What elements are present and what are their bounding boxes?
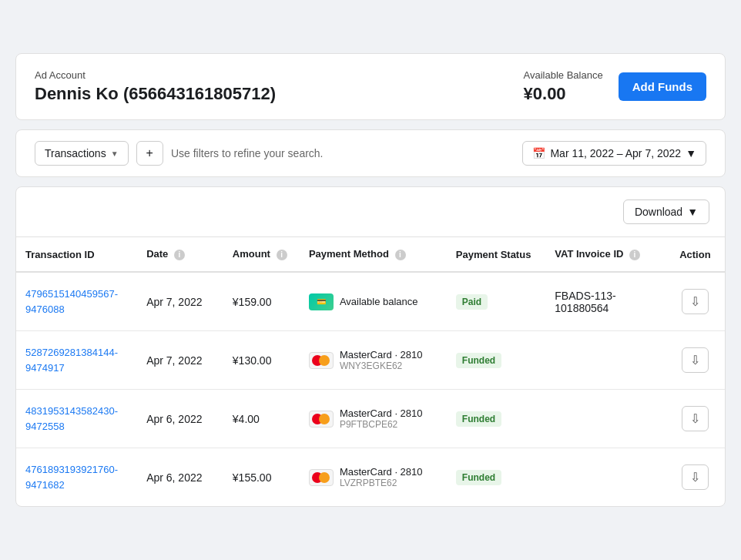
status-badge: Paid	[456, 294, 488, 310]
pm-name: MasterCard · 2810	[340, 349, 423, 360]
action-cell: ⇩	[666, 272, 725, 331]
add-filter-button[interactable]: +	[136, 141, 163, 166]
download-row-button[interactable]: ⇩	[682, 347, 709, 373]
payment-status-cell: Funded	[447, 448, 545, 507]
payment-method-cell: MasterCard · 2810WNY3EGKE62	[300, 331, 447, 390]
action-cell: ⇩	[666, 331, 725, 390]
table-row: 4831953143582430-9472558Apr 6, 2022¥4.00…	[16, 390, 725, 448]
method-info-icon[interactable]: i	[395, 250, 406, 260]
chevron-down-icon: ▼	[686, 147, 696, 159]
vat-invoice-id: FBADS-113-101880564	[545, 272, 665, 331]
download-button[interactable]: Download ▼	[623, 200, 709, 224]
col-header-action: Action	[666, 237, 725, 272]
payment-method-cell: 💳Available balance	[300, 272, 447, 331]
vat-invoice-id	[545, 331, 665, 390]
balance-icon: 💳	[309, 293, 334, 310]
action-cell: ⇩	[666, 448, 725, 507]
pm-name: MasterCard · 2810	[340, 407, 423, 419]
payment-method-cell: MasterCard · 2810LVZRPBTE62	[300, 448, 447, 507]
account-label: Ad Account	[35, 69, 276, 81]
mastercard-icon	[309, 469, 334, 486]
transactions-table-card: Download ▼ Transaction ID Date i Amount …	[15, 186, 726, 507]
table-row: 4761893193921760-9471682Apr 6, 2022¥155.…	[16, 448, 725, 507]
download-label: Download	[635, 206, 682, 218]
transaction-date: Apr 7, 2022	[137, 272, 223, 331]
transaction-amount: ¥159.00	[223, 272, 300, 331]
balance-section: Available Balance ¥0.00 Add Funds	[524, 69, 706, 104]
pm-name: Available balance	[340, 296, 418, 307]
payment-method-cell: MasterCard · 2810P9FTBCPE62	[300, 390, 447, 448]
balance-amount: ¥0.00	[524, 84, 603, 104]
vat-info-icon[interactable]: i	[629, 250, 640, 260]
status-badge: Funded	[456, 470, 501, 485]
mastercard-icon	[309, 411, 334, 428]
transaction-amount: ¥130.00	[223, 331, 300, 390]
status-badge: Funded	[456, 353, 501, 368]
payment-status-cell: Funded	[447, 390, 545, 448]
account-info: Ad Account Dennis Ko (656643161805712)	[35, 69, 276, 104]
transaction-date: Apr 6, 2022	[137, 390, 223, 448]
pm-code: P9FTBCPE62	[340, 419, 423, 430]
date-info-icon[interactable]: i	[174, 250, 185, 260]
account-card: Ad Account Dennis Ko (656643161805712) A…	[15, 53, 726, 120]
pm-code: WNY3EGKE62	[340, 360, 423, 371]
col-header-vat: VAT Invoice ID i	[545, 237, 665, 272]
date-range-label: Mar 11, 2022 – Apr 7, 2022	[550, 147, 681, 159]
payment-status-cell: Funded	[447, 331, 545, 390]
download-row-button[interactable]: ⇩	[682, 406, 709, 431]
action-cell: ⇩	[666, 390, 725, 448]
download-row-button[interactable]: ⇩	[682, 464, 709, 490]
table-toolbar: Download ▼	[16, 187, 725, 237]
transaction-id-link[interactable]: 4761893193921760-9471682	[25, 464, 118, 491]
transaction-id-link[interactable]: 5287269281384144-9474917	[25, 347, 118, 374]
transactions-filter-button[interactable]: Transactions ▼	[35, 141, 129, 166]
transactions-table: Transaction ID Date i Amount i Payment M…	[16, 237, 725, 506]
table-header-row: Transaction ID Date i Amount i Payment M…	[16, 237, 725, 272]
table-row: 5287269281384144-9474917Apr 7, 2022¥130.…	[16, 331, 725, 390]
chevron-down-icon: ▼	[687, 206, 698, 218]
pm-name: MasterCard · 2810	[340, 466, 423, 478]
calendar-icon: 📅	[532, 147, 545, 159]
transactions-label: Transactions	[45, 147, 106, 159]
add-funds-button[interactable]: Add Funds	[619, 72, 706, 101]
status-badge: Funded	[456, 411, 501, 427]
transaction-date: Apr 7, 2022	[137, 331, 223, 390]
filter-hint: Use filters to refine your search.	[171, 147, 515, 159]
transaction-amount: ¥155.00	[223, 448, 300, 507]
main-container: Ad Account Dennis Ko (656643161805712) A…	[15, 53, 726, 507]
col-header-method: Payment Method i	[300, 237, 447, 272]
mastercard-icon	[309, 352, 334, 369]
col-header-status: Payment Status	[447, 237, 545, 272]
balance-info: Available Balance ¥0.00	[524, 69, 603, 104]
transaction-id-link[interactable]: 4796515140459567-9476088	[25, 288, 118, 315]
payment-status-cell: Paid	[447, 272, 545, 331]
vat-invoice-id	[545, 448, 665, 507]
col-header-date: Date i	[137, 237, 223, 272]
vat-invoice-id	[545, 390, 665, 448]
amount-info-icon[interactable]: i	[277, 250, 287, 260]
pm-code: LVZRPBTE62	[340, 478, 423, 488]
account-name: Dennis Ko (656643161805712)	[35, 84, 276, 104]
col-header-txid: Transaction ID	[16, 237, 137, 272]
balance-label: Available Balance	[524, 69, 603, 81]
transaction-amount: ¥4.00	[223, 390, 300, 448]
transaction-id-link[interactable]: 4831953143582430-9472558	[25, 405, 118, 432]
download-row-button[interactable]: ⇩	[682, 289, 709, 314]
filter-bar: Transactions ▼ + Use filters to refine y…	[15, 129, 726, 177]
transaction-date: Apr 6, 2022	[137, 448, 223, 507]
date-range-button[interactable]: 📅 Mar 11, 2022 – Apr 7, 2022 ▼	[522, 141, 706, 166]
chevron-down-icon: ▼	[111, 149, 119, 158]
col-header-amount: Amount i	[223, 237, 300, 272]
table-row: 4796515140459567-9476088Apr 7, 2022¥159.…	[16, 272, 725, 331]
